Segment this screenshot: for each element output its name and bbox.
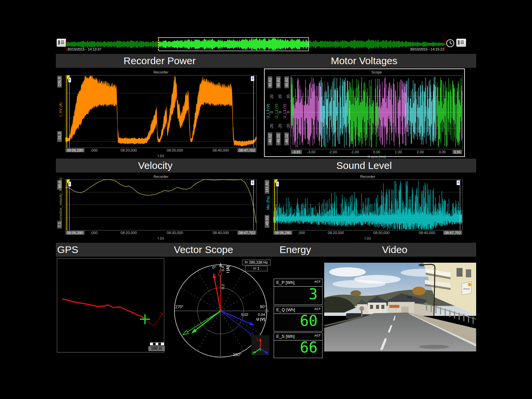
scope-x-tick: 0,00 [373, 150, 380, 154]
meter-mode-badge: ACT [315, 334, 321, 337]
channel-list-icon[interactable] [57, 39, 66, 47]
power-x-tick: 08:20,000 [121, 148, 137, 152]
power-x-tick: ,000 [90, 148, 97, 152]
i-axis-label: I [A] [226, 266, 230, 273]
overview-end-time: 30/10/2015 - 14:15:22 [410, 47, 444, 51]
meter-value: 66 [300, 339, 318, 356]
header-motor-voltages: Motor Voltages [331, 54, 397, 68]
display-setup-icon[interactable] [456, 39, 466, 47]
power-chart-title: Recorder [66, 70, 256, 74]
road-shadow [419, 345, 449, 349]
energy-meter-es: E_S [Wh] ACT 66 [274, 332, 323, 358]
power-cursor-one-handle[interactable]: I [68, 77, 71, 82]
meter-label: E_S [Wh] [276, 334, 295, 339]
gps-track-canvas [57, 259, 163, 351]
header-sound-level: Sound Level [336, 159, 392, 173]
row1-header-band [56, 54, 476, 68]
i-tick-04: 0,4 [221, 266, 225, 271]
sound-x-tick: 08:30,000 [373, 231, 390, 235]
autumn-tree [412, 287, 426, 295]
legend-phase-1: 1 [256, 338, 258, 341]
gps-track [62, 299, 145, 319]
phasor-u1-hollow [218, 270, 222, 311]
phasor-i3-solid [191, 311, 221, 333]
energy-meter-ep: E_P [Wh] ACT 3 [274, 279, 323, 305]
power-plot[interactable] [66, 75, 256, 148]
overview-start-time: 30/10/2015 - 14:13:37 [67, 47, 101, 51]
scope-l1-min: -46,02 [284, 132, 289, 145]
u-tick-004: 0,04 [258, 313, 265, 317]
scope-l3-max: 45,62 [268, 76, 272, 88]
scope-l3-min: -46,02 [268, 132, 272, 145]
clock-icon[interactable] [446, 39, 455, 49]
gps-map[interactable] [57, 258, 164, 352]
velocity-y-min: 7,1 [57, 221, 62, 228]
velocity-plot[interactable] [66, 180, 256, 230]
sound-x-tick: ,000 [298, 231, 305, 235]
scope-x-tick: -1,00 [350, 150, 359, 154]
scope-l2-min: -46,02 [276, 132, 281, 145]
sound-y-max: 161,82 [265, 180, 269, 194]
sound-cursor-one-handle[interactable]: I [276, 182, 279, 187]
sound-y-label: Mic (Pa) [266, 196, 270, 210]
power-x-tick: 08:40,000 [213, 148, 229, 152]
row2-header-band [56, 159, 476, 173]
header-energy: Energy [279, 243, 311, 257]
sound-selection-cursor[interactable] [274, 180, 275, 230]
phasor-i2-solid [221, 311, 255, 326]
gps-scale-bar [150, 342, 164, 345]
scope-x-axis-label: X axis (ms) [368, 155, 386, 159]
scope-l1-tick: 0 [286, 111, 290, 113]
scope-l2-max: 45,62 [276, 76, 281, 88]
lamp-head [419, 264, 425, 266]
overview-right-bound [445, 37, 445, 51]
scope-l3-tick: 0 [270, 111, 274, 113]
velocity-y-label: Automotive_velocity_X (km/h) [59, 178, 63, 226]
sound-plot[interactable] [273, 180, 462, 230]
sound-cursor-one[interactable] [277, 180, 277, 230]
velocity-cursor-one-handle[interactable]: I [68, 182, 71, 187]
power-cursor-two-handle[interactable]: II [251, 76, 254, 81]
measurement-dashboard: 30/10/2015 - 14:13:37 30/10/2015 - 14:15… [0, 0, 532, 399]
video-frame[interactable] [324, 263, 476, 351]
velocity-selection-cursor[interactable] [66, 180, 67, 230]
phasor-u3-hollow [183, 311, 221, 335]
sound-x-tick: 08:47,702 [443, 231, 462, 235]
angle-label-0: 0° [212, 265, 216, 270]
u-axis-label: U [V] [256, 317, 265, 321]
power-x-tick: 08:06,280 [66, 148, 84, 152]
gps-scale-label: 100 m [148, 346, 165, 351]
scope-plot[interactable] [291, 76, 462, 149]
meter-mode-badge: ACT [315, 280, 321, 283]
velocity-cursor-one[interactable] [69, 180, 69, 230]
power-cursor-one[interactable] [69, 75, 69, 148]
header-velocity: Velocity [138, 159, 172, 173]
scope-x-tick: 2,00 [417, 150, 424, 154]
meter-label: E_Q [Wh] [276, 307, 295, 312]
sound-cursor-two[interactable] [460, 180, 460, 230]
scope-l1-tick: 20 [286, 94, 290, 98]
legend-arrow-1 [259, 338, 262, 341]
overview-waveform[interactable] [66, 37, 446, 51]
velocity-cursor-two[interactable] [253, 180, 254, 230]
vector-frequency-readout: f= 280,338 Hz [242, 260, 271, 265]
scope-x-tick: 3,91 [453, 150, 462, 154]
overview-left-bound [66, 37, 66, 51]
scope-x-tick: 1,00 [395, 150, 402, 154]
power-selection-cursor[interactable] [66, 75, 67, 148]
angle-label-180: 180° [233, 352, 241, 357]
phase-legend: 1 2 3 [251, 335, 269, 355]
channel-list-glyph [57, 39, 66, 46]
sound-cursor-two-handle[interactable]: II [457, 180, 460, 185]
overview-selection-start-cursor[interactable] [158, 37, 159, 51]
velocity-x-tick: ,000 [90, 231, 97, 235]
scope-l3-tick: -20 [270, 124, 274, 129]
header-video: Video [382, 243, 407, 257]
meter-value: 60 [300, 312, 318, 329]
scope-l1-max: 45,62 [284, 76, 289, 88]
velocity-cursor-two-handle[interactable]: II [251, 180, 254, 185]
power-cursor-two[interactable] [253, 75, 254, 148]
stone-ball [359, 306, 364, 311]
power-x-axis-label: t (s) [158, 154, 164, 158]
scope-l3-tick: 20 [270, 94, 274, 98]
